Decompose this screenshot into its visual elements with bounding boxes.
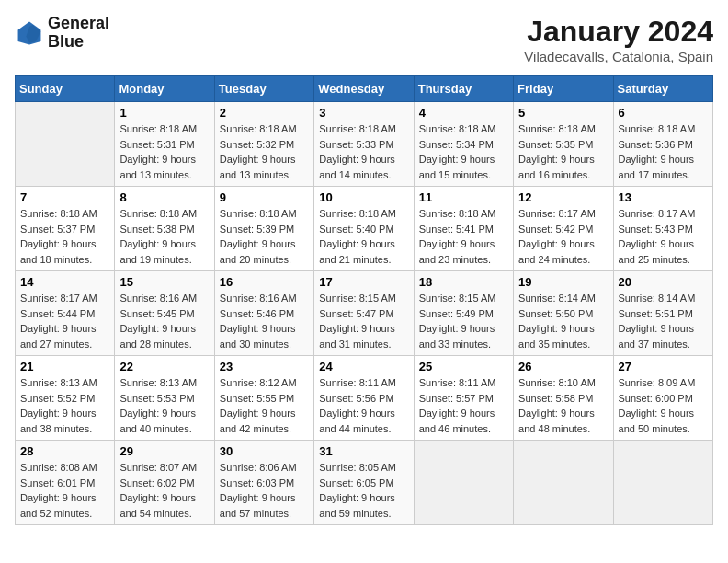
day-info: Sunrise: 8:09 AMSunset: 6:00 PMDaylight:… [619,375,708,436]
calendar-cell: 25Sunrise: 8:11 AMSunset: 5:57 PMDayligh… [414,356,513,441]
day-info: Sunrise: 8:16 AMSunset: 5:46 PMDaylight:… [220,291,309,351]
day-number: 2 [220,106,309,120]
calendar-cell: 20Sunrise: 8:14 AMSunset: 5:51 PMDayligh… [613,271,712,356]
day-info: Sunrise: 8:14 AMSunset: 5:51 PMDaylight:… [619,291,708,351]
day-info: Sunrise: 8:18 AMSunset: 5:32 PMDaylight:… [220,121,309,182]
calendar-cell: 12Sunrise: 8:17 AMSunset: 5:42 PMDayligh… [514,187,613,271]
day-info: Sunrise: 8:13 AMSunset: 5:52 PMDaylight:… [20,375,109,436]
calendar-title: January 2024 [524,15,713,49]
calendar-cell [16,102,115,187]
calendar-cell: 19Sunrise: 8:14 AMSunset: 5:50 PMDayligh… [514,271,613,356]
day-number: 26 [518,360,608,373]
calendar-header: SundayMondayTuesdayWednesdayThursdayFrid… [16,76,713,102]
day-info: Sunrise: 8:07 AMSunset: 6:02 PMDaylight:… [119,460,209,521]
day-info: Sunrise: 8:17 AMSunset: 5:42 PMDaylight:… [518,206,608,267]
day-number: 19 [518,275,608,289]
day-info: Sunrise: 8:18 AMSunset: 5:36 PMDaylight:… [619,121,708,182]
calendar-cell: 28Sunrise: 8:08 AMSunset: 6:01 PMDayligh… [16,441,115,525]
day-info: Sunrise: 8:18 AMSunset: 5:40 PMDaylight:… [319,206,408,267]
day-number: 18 [419,275,508,289]
calendar-cell: 8Sunrise: 8:18 AMSunset: 5:38 PMDaylight… [115,187,214,271]
calendar-cell [613,441,712,525]
calendar-cell: 13Sunrise: 8:17 AMSunset: 5:43 PMDayligh… [613,187,712,271]
header-row: SundayMondayTuesdayWednesdayThursdayFrid… [16,76,713,102]
day-info: Sunrise: 8:10 AMSunset: 5:58 PMDaylight:… [518,375,608,436]
calendar-cell: 26Sunrise: 8:10 AMSunset: 5:58 PMDayligh… [514,356,613,441]
day-info: Sunrise: 8:05 AMSunset: 6:05 PMDaylight:… [319,460,408,521]
day-number: 27 [619,360,708,373]
calendar-cell: 29Sunrise: 8:07 AMSunset: 6:02 PMDayligh… [115,441,214,525]
column-header-friday: Friday [514,76,613,102]
day-info: Sunrise: 8:18 AMSunset: 5:37 PMDaylight:… [20,206,109,267]
day-number: 28 [20,444,109,458]
column-header-saturday: Saturday [613,76,712,102]
day-info: Sunrise: 8:11 AMSunset: 5:56 PMDaylight:… [319,375,408,436]
day-number: 10 [319,190,408,204]
day-number: 21 [20,360,109,373]
day-number: 31 [319,444,408,458]
calendar-cell: 18Sunrise: 8:15 AMSunset: 5:49 PMDayligh… [414,271,513,356]
day-number: 30 [220,444,309,458]
day-info: Sunrise: 8:14 AMSunset: 5:50 PMDaylight:… [518,291,608,351]
day-number: 3 [319,106,408,120]
calendar-week-row: 7Sunrise: 8:18 AMSunset: 5:37 PMDaylight… [16,187,713,271]
day-number: 6 [619,106,708,120]
calendar-cell: 10Sunrise: 8:18 AMSunset: 5:40 PMDayligh… [314,187,414,271]
calendar-cell: 14Sunrise: 8:17 AMSunset: 5:44 PMDayligh… [16,271,115,356]
column-header-sunday: Sunday [16,76,115,102]
day-info: Sunrise: 8:16 AMSunset: 5:45 PMDaylight:… [119,291,209,351]
day-number: 1 [119,106,209,120]
day-number: 16 [220,275,309,289]
day-info: Sunrise: 8:17 AMSunset: 5:43 PMDaylight:… [619,206,708,267]
calendar-cell: 6Sunrise: 8:18 AMSunset: 5:36 PMDaylight… [613,102,712,187]
logo: General Blue [15,15,109,52]
calendar-week-row: 28Sunrise: 8:08 AMSunset: 6:01 PMDayligh… [16,441,713,525]
calendar-cell: 1Sunrise: 8:18 AMSunset: 5:31 PMDaylight… [115,102,214,187]
day-number: 17 [319,275,408,289]
day-info: Sunrise: 8:18 AMSunset: 5:34 PMDaylight:… [419,121,508,182]
day-number: 5 [518,106,608,120]
calendar-cell: 31Sunrise: 8:05 AMSunset: 6:05 PMDayligh… [314,441,414,525]
calendar-cell: 23Sunrise: 8:12 AMSunset: 5:55 PMDayligh… [214,356,313,441]
day-info: Sunrise: 8:18 AMSunset: 5:33 PMDaylight:… [319,121,408,182]
day-info: Sunrise: 8:11 AMSunset: 5:57 PMDaylight:… [419,375,508,436]
calendar-cell: 2Sunrise: 8:18 AMSunset: 5:32 PMDaylight… [214,102,313,187]
calendar-cell: 9Sunrise: 8:18 AMSunset: 5:39 PMDaylight… [214,187,313,271]
calendar-table: SundayMondayTuesdayWednesdayThursdayFrid… [15,75,713,525]
day-info: Sunrise: 8:15 AMSunset: 5:49 PMDaylight:… [419,291,508,351]
day-number: 12 [518,190,608,204]
day-number: 11 [419,190,508,204]
calendar-cell: 3Sunrise: 8:18 AMSunset: 5:33 PMDaylight… [314,102,414,187]
page-header: General Blue January 2024 Viladecavalls,… [15,15,713,64]
calendar-cell: 22Sunrise: 8:13 AMSunset: 5:53 PMDayligh… [115,356,214,441]
calendar-cell: 4Sunrise: 8:18 AMSunset: 5:34 PMDaylight… [414,102,513,187]
day-info: Sunrise: 8:15 AMSunset: 5:47 PMDaylight:… [319,291,408,351]
day-number: 13 [619,190,708,204]
calendar-cell: 11Sunrise: 8:18 AMSunset: 5:41 PMDayligh… [414,187,513,271]
calendar-subtitle: Viladecavalls, Catalonia, Spain [524,49,713,64]
day-info: Sunrise: 8:13 AMSunset: 5:53 PMDaylight:… [119,375,209,436]
calendar-cell: 16Sunrise: 8:16 AMSunset: 5:46 PMDayligh… [214,271,313,356]
day-info: Sunrise: 8:12 AMSunset: 5:55 PMDaylight:… [220,375,309,436]
calendar-cell: 21Sunrise: 8:13 AMSunset: 5:52 PMDayligh… [16,356,115,441]
column-header-thursday: Thursday [414,76,513,102]
title-block: January 2024 Viladecavalls, Catalonia, S… [524,15,713,64]
day-info: Sunrise: 8:17 AMSunset: 5:44 PMDaylight:… [20,291,109,351]
calendar-week-row: 21Sunrise: 8:13 AMSunset: 5:52 PMDayligh… [16,356,713,441]
column-header-monday: Monday [115,76,214,102]
day-number: 23 [220,360,309,373]
calendar-cell [414,441,513,525]
day-number: 24 [319,360,408,373]
calendar-cell: 5Sunrise: 8:18 AMSunset: 5:35 PMDaylight… [514,102,613,187]
day-number: 14 [20,275,109,289]
calendar-cell: 27Sunrise: 8:09 AMSunset: 6:00 PMDayligh… [613,356,712,441]
day-number: 25 [419,360,508,373]
day-info: Sunrise: 8:18 AMSunset: 5:31 PMDaylight:… [119,121,209,182]
day-number: 20 [619,275,708,289]
calendar-cell: 7Sunrise: 8:18 AMSunset: 5:37 PMDaylight… [16,187,115,271]
logo-text: General Blue [48,15,109,52]
column-header-wednesday: Wednesday [314,76,414,102]
day-info: Sunrise: 8:06 AMSunset: 6:03 PMDaylight:… [220,460,309,521]
day-info: Sunrise: 8:18 AMSunset: 5:39 PMDaylight:… [220,206,309,267]
calendar-cell: 24Sunrise: 8:11 AMSunset: 5:56 PMDayligh… [314,356,414,441]
